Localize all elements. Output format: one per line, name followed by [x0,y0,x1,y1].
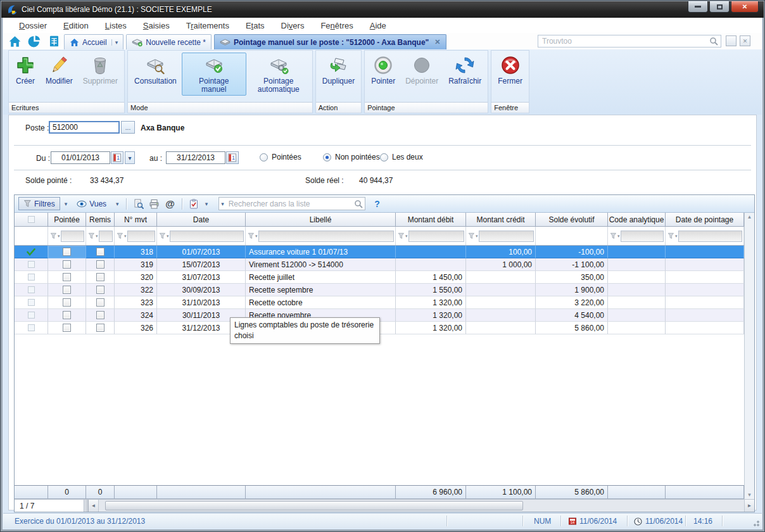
menu-fenetres[interactable]: Fenêtres [312,19,361,32]
poste-input[interactable] [49,121,120,134]
menu-edition[interactable]: Edition [55,19,97,32]
hscroll-right-button[interactable]: ► [744,500,754,512]
horizontal-scrollbar[interactable] [99,500,744,512]
resize-grip[interactable] [752,519,759,526]
vertical-scrollbar[interactable]: ▲ ▼ [744,213,754,499]
tab-pointage-manuel-sur-le-poste-5[interactable]: Pointage manuel sur le poste : "512000 -… [214,34,446,49]
row-select-box[interactable] [28,299,35,306]
hscroll-thumb[interactable] [105,501,523,510]
pointage-manuel-button[interactable]: Pointage manuel [182,53,246,96]
table-row[interactable]: 31801/07/2013Assurance voiture 1 01/07/1… [15,246,744,258]
clipboard-dropdown[interactable]: ▾ [203,201,210,207]
column-header-montant-debit[interactable]: Montant débit [396,213,466,227]
radio-pointees[interactable]: Pointées [260,153,301,162]
column-header-date[interactable]: Date [157,213,246,227]
menu-divers[interactable]: Divers [273,19,313,32]
pointage-automatique-button[interactable]: Pointage automatique [246,53,311,96]
tab-close-icon[interactable]: ✕ [434,38,440,46]
filter-input-remis[interactable] [99,231,113,242]
chevron-down-icon[interactable]: ▾ [111,39,118,46]
filtres-button[interactable]: Filtres [18,197,60,210]
restore-button[interactable] [709,1,730,13]
close-pane-button[interactable]: ✕ [740,35,750,46]
list-search-input[interactable] [226,200,354,208]
du-date-input[interactable] [51,151,110,164]
poste-browse-button[interactable]: ... [121,121,135,134]
du-dropdown-button[interactable]: ▾ [125,151,135,164]
consultation-button[interactable]: Consultation [129,53,182,87]
help-button[interactable]: ? [374,199,380,209]
column-header-remis[interactable]: Remis [86,213,115,227]
select-all-checkbox[interactable] [28,216,35,223]
column-header-n-mvt[interactable]: N° mvt [115,213,157,227]
menu-dossier[interactable]: Dossier [11,19,55,32]
pointee-checkbox[interactable] [63,311,71,319]
menu-traitements[interactable]: Traitements [178,19,237,32]
row-select-box[interactable] [28,286,35,293]
column-header-code-analytique[interactable]: Code analytique [608,213,666,227]
printer-button[interactable] [148,197,161,210]
column-header-pointee[interactable]: Pointée [48,213,86,227]
select-all-header[interactable] [15,213,48,227]
row-select-box[interactable] [28,324,35,331]
minimize-button[interactable] [688,1,708,13]
chevron-down-icon[interactable]: ▾ [255,234,258,239]
rafraichir-button[interactable]: Rafraîchir [443,53,486,87]
modifier-button[interactable]: Modifier [41,53,78,87]
pointee-checkbox[interactable] [63,286,71,294]
filter-input-montant-credit[interactable] [479,231,534,242]
chevron-down-icon[interactable]: ▾ [675,234,678,239]
remis-checkbox[interactable] [96,260,104,269]
filter-input-code-analytique[interactable] [621,231,664,242]
chevron-down-icon[interactable]: ▾ [617,234,620,239]
hscroll-left-button[interactable]: ◄ [89,500,99,512]
table-row[interactable]: 31915/07/2013Virement 512000 -> 5140001 … [15,258,744,271]
chevron-down-icon[interactable]: ▾ [405,234,408,239]
remis-checkbox[interactable] [96,286,104,294]
quick-home-button[interactable] [7,34,22,48]
row-select-box[interactable] [28,274,35,281]
filter-input-montant-debit[interactable] [408,231,464,242]
pointee-checkbox[interactable] [63,248,71,256]
table-row[interactable]: 32031/07/2013Recette juillet1 450,00350,… [15,271,744,284]
pointee-checkbox[interactable] [63,298,71,307]
du-calendar-button[interactable]: 1 [111,151,123,164]
filter-input-n-mvt[interactable] [127,231,155,242]
filter-input-date-de-pointage[interactable] [678,231,742,242]
radio-les-deux[interactable]: Les deux [380,153,423,162]
dupliquer-button[interactable]: Dupliquer [317,53,360,87]
close-button[interactable]: ✕ [731,1,759,13]
clipboard-button[interactable] [187,197,201,210]
quick-grid-button[interactable] [46,34,61,48]
chevron-down-icon[interactable]: ▾ [96,234,98,239]
splitter-grip[interactable] [84,500,89,512]
search-dropdown[interactable]: ▾ [219,201,226,207]
pointee-checkbox[interactable] [63,324,71,332]
vues-dropdown[interactable]: ▾ [114,201,121,207]
quick-pie-chart-button[interactable] [27,34,42,48]
tab-accueil[interactable]: Accueil▾ [64,34,123,49]
column-header-solde-evolutif[interactable]: Solde évolutif [536,213,608,227]
table-row[interactable]: 32230/09/2013Recette septembre1 550,001 … [15,284,744,296]
fermer-button[interactable]: Fermer [493,53,528,87]
filter-input-date[interactable] [170,231,244,242]
chevron-down-icon[interactable]: ▾ [124,234,127,239]
filter-input-libelle[interactable] [258,231,394,242]
remis-checkbox[interactable] [96,324,104,332]
au-date-input[interactable] [166,151,225,164]
menu-aide[interactable]: Aide [362,19,395,32]
menu-etats[interactable]: Etats [237,19,273,32]
scroll-up-icon[interactable]: ▲ [747,214,752,220]
au-calendar-button[interactable]: 1 [226,151,239,164]
pointee-checkbox[interactable] [63,273,71,281]
row-select-box[interactable] [28,312,35,319]
chevron-down-icon[interactable]: ▾ [58,234,60,239]
remis-checkbox[interactable] [96,248,104,256]
creer-button[interactable]: Créer [10,53,41,87]
column-header-libelle[interactable]: Libellé [246,213,396,227]
remis-checkbox[interactable] [96,298,104,307]
scroll-down-icon[interactable]: ▼ [747,492,752,498]
menu-listes[interactable]: Listes [97,19,135,32]
pointee-checkbox[interactable] [63,260,71,269]
column-header-date-de-pointage[interactable]: Date de pointage [666,213,744,227]
